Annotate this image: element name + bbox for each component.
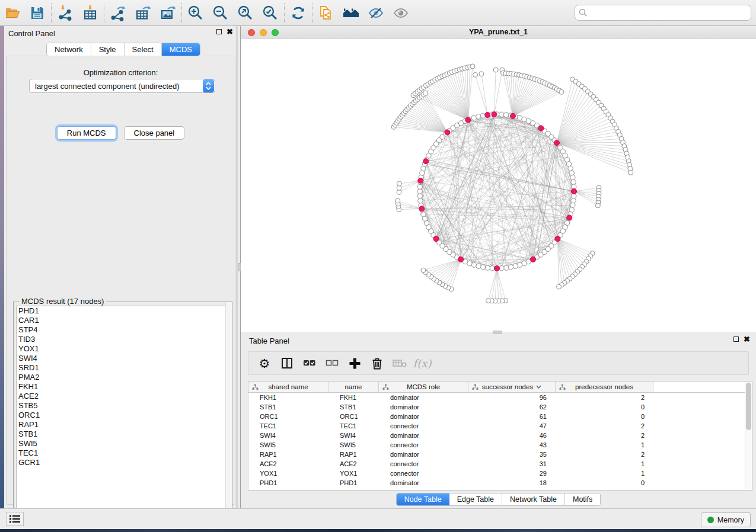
table-cell: STB1	[328, 403, 379, 411]
table-row[interactable]: ACE2ACE2connector311	[248, 459, 752, 469]
table-row[interactable]: ORC1ORC1dominator610	[248, 412, 752, 421]
select-all-icon[interactable]	[299, 354, 320, 373]
mcds-result-item[interactable]: TEC1	[17, 448, 229, 458]
column-header[interactable]: successor nodes	[468, 382, 556, 392]
network-graph[interactable]	[241, 39, 756, 332]
tab-network-table[interactable]: Network Table	[502, 493, 565, 505]
float-table-panel-icon[interactable]	[733, 336, 739, 342]
search-input[interactable]	[575, 5, 751, 21]
tab-node-table[interactable]: Node Table	[397, 493, 449, 505]
save-session-icon[interactable]	[25, 2, 50, 24]
mcds-result-item[interactable]: GCR1	[17, 458, 229, 467]
mcds-result-item[interactable]: PMA2	[17, 373, 229, 382]
function-builder-icon-disabled: f(x)	[412, 354, 432, 373]
mcds-result-item[interactable]: ORC1	[17, 411, 229, 420]
delete-column-trash-icon[interactable]	[367, 354, 387, 373]
table-cell: ORC1	[248, 413, 328, 420]
sort-descending-icon	[536, 385, 541, 389]
table-row[interactable]: FKH1FKH1dominator962	[248, 393, 752, 402]
tab-motifs[interactable]: Motifs	[565, 493, 600, 505]
show-all-icon[interactable]	[388, 2, 413, 24]
table-row[interactable]: SWI4SWI4dominator462	[248, 431, 752, 440]
mcds-result-list[interactable]: PHD1CAR1STP4TID3YOX1SWI4SRD1PMA2FKH1ACE2…	[16, 306, 229, 519]
mcds-result-item[interactable]: SWI5	[17, 439, 229, 448]
mcds-list-scrollbar[interactable]	[225, 302, 232, 521]
table-row[interactable]: STB1STB1dominator620	[248, 402, 752, 412]
tab-select[interactable]: Select	[125, 43, 162, 56]
column-header[interactable]: shared name	[248, 382, 328, 392]
table-cell: TEC1	[328, 422, 379, 430]
mcds-result-item[interactable]: STB1	[17, 430, 229, 439]
memory-button[interactable]: Memory	[701, 512, 751, 527]
table-scrollbar-thumb[interactable]	[746, 383, 751, 430]
table-row[interactable]: TEC1TEC1connector472	[248, 421, 752, 431]
run-mcds-button[interactable]: Run MCDS	[57, 126, 116, 140]
close-panel-icon[interactable]: ✖	[227, 28, 233, 35]
close-panel-button[interactable]: Close panel	[124, 126, 185, 140]
table-cell: connector	[379, 422, 468, 430]
mcds-result-item[interactable]: ACE2	[17, 392, 229, 401]
export-image-icon[interactable]	[155, 2, 180, 24]
main-toolbar	[0, 0, 756, 26]
tab-edge-table[interactable]: Edge Table	[449, 493, 502, 505]
table-cell: 1	[556, 441, 653, 448]
hide-selected-icon[interactable]	[363, 2, 388, 24]
table-settings-gear-icon[interactable]: ⚙	[254, 354, 275, 373]
toolbar-separator	[312, 3, 312, 23]
open-file-icon[interactable]	[0, 2, 25, 24]
export-network-icon[interactable]	[106, 2, 130, 24]
network-window-title: YPA_prune.txt_1	[241, 28, 756, 36]
table-row[interactable]: PHD1PHD1dominator180	[248, 478, 752, 488]
table-row[interactable]: SWI5SWI5connector431	[248, 440, 752, 450]
table-row[interactable]: RAP1RAP1dominator352	[248, 450, 752, 459]
show-column-panel-icon[interactable]	[277, 354, 297, 373]
mcds-result-item[interactable]: CAR1	[17, 316, 229, 325]
mcds-result-item[interactable]: STB5	[17, 401, 229, 411]
optimization-criterion-dropdown[interactable]: largest connected component (undirected)	[29, 79, 215, 93]
zoom-fit-icon[interactable]	[233, 2, 258, 24]
column-header[interactable]: MCDS role	[379, 382, 468, 392]
task-history-button[interactable]	[6, 512, 24, 526]
tab-network[interactable]: Network	[47, 43, 91, 56]
mcds-result-item[interactable]: STP4	[17, 325, 229, 335]
table-cell: 18	[468, 479, 556, 486]
tab-mcds[interactable]: MCDS	[162, 43, 200, 56]
import-table-icon[interactable]	[78, 2, 103, 24]
network-canvas[interactable]	[241, 39, 756, 332]
table-cell: 31	[468, 460, 556, 467]
refresh-layout-icon[interactable]	[286, 2, 311, 24]
mcds-result-item[interactable]: PHD1	[17, 306, 229, 316]
float-panel-icon[interactable]	[216, 29, 222, 34]
column-header[interactable]: name	[328, 382, 379, 392]
optimization-criterion-label: Optimization criterion:	[7, 68, 235, 77]
deselect-all-icon[interactable]	[322, 354, 342, 373]
close-table-panel-icon[interactable]: ✖	[744, 336, 750, 342]
table-cell: dominator	[379, 479, 468, 486]
mcds-result-item[interactable]: YOX1	[17, 344, 229, 354]
mcds-result-item[interactable]: TID3	[17, 335, 229, 344]
mcds-result-item[interactable]: SRD1	[17, 363, 229, 373]
first-neighbors-icon[interactable]	[339, 2, 363, 24]
table-cell: 46	[468, 432, 556, 439]
zoom-selected-icon[interactable]	[258, 2, 283, 24]
column-header[interactable]: predecessor nodes	[556, 382, 653, 392]
mcds-result-item[interactable]: FKH1	[17, 382, 229, 392]
zoom-out-icon[interactable]	[208, 2, 233, 24]
tab-style[interactable]: Style	[91, 43, 125, 56]
network-window-titlebar[interactable]: YPA_prune.txt_1	[241, 26, 756, 39]
table-cell: connector	[379, 441, 468, 448]
table-scrollbar[interactable]	[745, 382, 752, 490]
network-view-window: YPA_prune.txt_1	[241, 26, 756, 332]
table-row[interactable]: YOX1YOX1connector291	[248, 469, 752, 478]
add-column-plus-icon[interactable]	[344, 354, 365, 373]
table-cell: 62	[468, 403, 556, 411]
mcds-result-item[interactable]: RAP1	[17, 420, 229, 430]
duplicate-network-icon[interactable]	[314, 2, 339, 24]
table-cell: RAP1	[328, 451, 379, 458]
toolbar-separator	[51, 3, 52, 23]
mcds-result-item[interactable]: SWI4	[17, 354, 229, 363]
export-table-icon[interactable]	[130, 2, 155, 24]
import-network-icon[interactable]	[53, 2, 78, 24]
table-cell: dominator	[379, 394, 468, 401]
zoom-in-icon[interactable]	[183, 2, 208, 24]
